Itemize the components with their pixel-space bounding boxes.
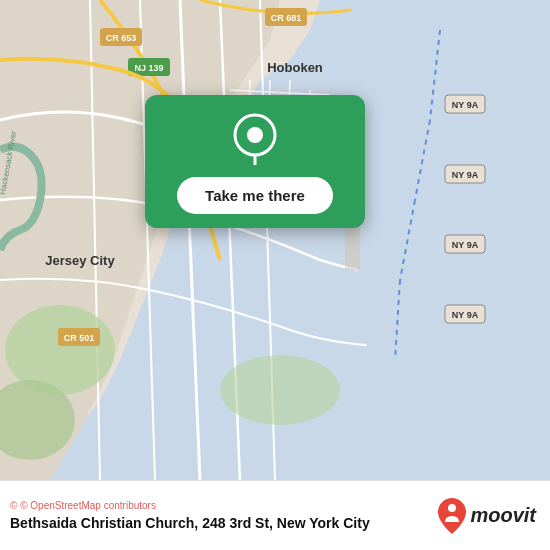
svg-point-17: [220, 355, 340, 425]
svg-text:CR 501: CR 501: [64, 333, 95, 343]
svg-text:CR 681: CR 681: [271, 13, 302, 23]
bottom-info: © © OpenStreetMap contributors Bethsaida…: [10, 500, 370, 531]
svg-text:Jersey City: Jersey City: [45, 253, 115, 268]
location-pin-icon: [229, 113, 281, 165]
svg-text:CR 653: CR 653: [106, 33, 137, 43]
svg-text:NJ 139: NJ 139: [134, 63, 163, 73]
svg-text:NY 9A: NY 9A: [452, 100, 479, 110]
svg-point-51: [448, 504, 456, 512]
location-card: Take me there: [145, 95, 365, 228]
svg-text:NY 9A: NY 9A: [452, 170, 479, 180]
take-me-there-button[interactable]: Take me there: [177, 177, 333, 214]
bottom-bar: © © OpenStreetMap contributors Bethsaida…: [0, 480, 550, 550]
location-name: Bethsaida Christian Church, 248 3rd St, …: [10, 515, 370, 531]
map-view: NJ 139 CR 653 CR 681 Hackensack River NY…: [0, 0, 550, 480]
moovit-pin-icon: [438, 498, 466, 534]
map-svg: NJ 139 CR 653 CR 681 Hackensack River NY…: [0, 0, 550, 480]
osm-link[interactable]: © OpenStreetMap contributors: [20, 500, 156, 511]
moovit-logo: moovit: [438, 498, 536, 534]
svg-text:Hoboken: Hoboken: [267, 60, 323, 75]
osm-credit: © © OpenStreetMap contributors: [10, 500, 370, 511]
copyright-symbol: ©: [10, 500, 17, 511]
svg-point-49: [247, 127, 263, 143]
svg-text:NY 9A: NY 9A: [452, 240, 479, 250]
moovit-brand-text: moovit: [470, 504, 536, 527]
svg-text:NY 9A: NY 9A: [452, 310, 479, 320]
